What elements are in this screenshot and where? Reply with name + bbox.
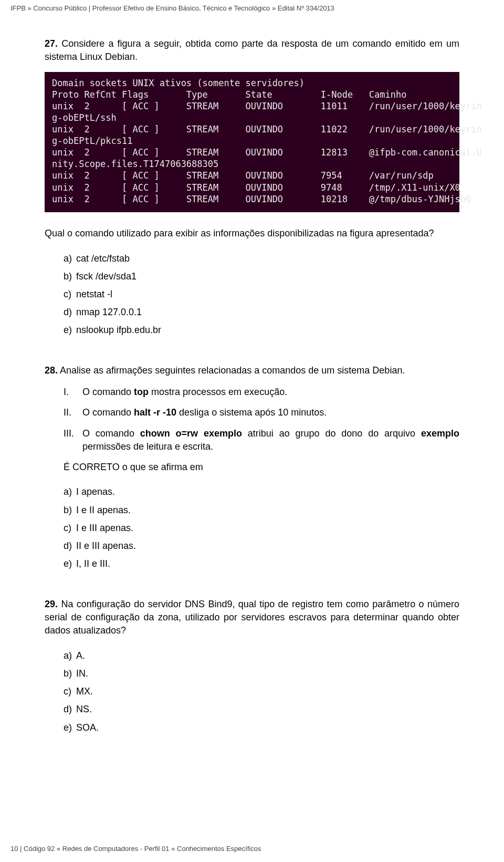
option-text: I e II apenas. <box>76 505 131 515</box>
roman-text: O comando top mostra processos em execuç… <box>82 386 287 399</box>
page-footer: 10 | Código 92 « Redes de Computadores -… <box>10 845 261 853</box>
option-text: II e III apenas. <box>76 541 136 551</box>
q29-number: 29. <box>45 599 58 609</box>
option-label: e) <box>64 555 76 573</box>
q27-number: 27. <box>45 38 58 49</box>
page-content: 27. Considere a figura a seguir, obtida … <box>0 37 504 736</box>
option-text: fsck /dev/sda1 <box>76 271 136 282</box>
question-27: 27. Considere a figura a seguir, obtida … <box>45 37 459 339</box>
q27-option-e: e)nslookup ifpb.edu.br <box>64 321 459 339</box>
q28-options: a)I apenas. b)I e II apenas. c)I e III a… <box>45 483 459 573</box>
q27-option-a: a)cat /etc/fstab <box>64 250 459 267</box>
option-label: b) <box>64 267 76 285</box>
q27-prompt: Qual o comando utilizado para exibir as … <box>45 227 459 240</box>
q28-text: Analise as afirmações seguintes relacion… <box>60 365 405 376</box>
roman-label: I. <box>64 386 82 399</box>
q29-text: Na configuração do servidor DNS Bind9, q… <box>45 599 459 636</box>
q28-statement-i: I. O comando top mostra processos em exe… <box>64 386 459 399</box>
q28-number: 28. <box>45 365 58 376</box>
option-label: c) <box>64 682 76 700</box>
q28-statement-iii: III. O comando chown o=rw exemplo atribu… <box>64 427 459 453</box>
q29-option-e: e)SOA. <box>64 719 459 736</box>
option-label: e) <box>64 321 76 339</box>
q27-option-d: d)nmap 127.0.0.1 <box>64 303 459 321</box>
option-label: b) <box>64 501 76 519</box>
option-text: I, II e III. <box>76 558 110 569</box>
q28-option-c: c)I e III apenas. <box>64 519 459 537</box>
q28-option-a: a)I apenas. <box>64 483 459 501</box>
option-label: c) <box>64 285 76 303</box>
option-text: NS. <box>76 704 92 714</box>
q29-option-b: b)IN. <box>64 664 459 682</box>
option-label: d) <box>64 700 76 718</box>
q27-text: Considere a figura a seguir, obtida como… <box>45 38 459 62</box>
option-text: IN. <box>76 668 88 679</box>
roman-text: O comando halt -r -10 desliga o sistema … <box>82 406 327 419</box>
option-label: a) <box>64 250 76 267</box>
option-label: d) <box>64 303 76 321</box>
q28-option-d: d)II e III apenas. <box>64 537 459 555</box>
q29-options: a)A. b)IN. c)MX. d)NS. e)SOA. <box>45 647 459 736</box>
q29-option-c: c)MX. <box>64 682 459 700</box>
q28-option-e: e)I, II e III. <box>64 555 459 573</box>
q27-option-c: c)netstat -l <box>64 285 459 303</box>
option-text: A. <box>76 650 85 661</box>
q28-statement-ii: II. O comando halt -r -10 desliga o sist… <box>64 406 459 419</box>
option-label: a) <box>64 483 76 501</box>
option-label: e) <box>64 719 76 736</box>
q28-option-b: b)I e II apenas. <box>64 501 459 519</box>
q29-option-d: d)NS. <box>64 700 459 718</box>
option-text: nmap 127.0.0.1 <box>76 307 142 317</box>
q28-prompt: É CORRETO o que se afirma em <box>45 461 459 473</box>
option-text: MX. <box>76 686 93 697</box>
option-label: b) <box>64 664 76 682</box>
option-text: netstat -l <box>76 289 112 299</box>
option-label: c) <box>64 519 76 537</box>
q29-option-a: a)A. <box>64 647 459 664</box>
option-label: a) <box>64 647 76 664</box>
option-text: SOA. <box>76 722 99 733</box>
option-text: nslookup ifpb.edu.br <box>76 325 161 335</box>
roman-text: O comando chown o=rw exemplo atribui ao … <box>82 427 459 453</box>
page-header: IFPB » Concurso Público | Professor Efet… <box>0 0 504 12</box>
q27-option-b: b)fsck /dev/sda1 <box>64 267 459 285</box>
q27-options: a)cat /etc/fstab b)fsck /dev/sda1 c)nets… <box>45 250 459 339</box>
roman-label: II. <box>64 406 82 419</box>
question-29: 29. Na configuração do servidor DNS Bind… <box>45 598 459 736</box>
option-text: cat /etc/fstab <box>76 253 130 264</box>
option-label: d) <box>64 537 76 555</box>
q27-terminal-output: Domain sockets UNIX ativos (somente serv… <box>45 72 459 212</box>
option-text: I apenas. <box>76 486 115 497</box>
roman-label: III. <box>64 427 82 453</box>
question-28: 28. Analise as afirmações seguintes rela… <box>45 364 459 573</box>
q28-statements: I. O comando top mostra processos em exe… <box>45 386 459 453</box>
option-text: I e III apenas. <box>76 523 133 533</box>
